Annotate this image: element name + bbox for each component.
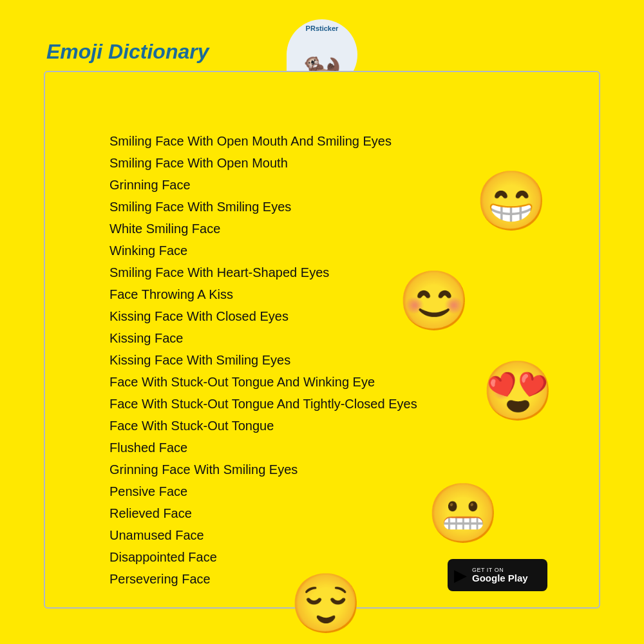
list-item: Grinning Face With Smiling Eyes <box>109 459 586 480</box>
list-item: Smiling Face With Smiling Eyes <box>109 196 586 218</box>
list-item: Kissing Face With Closed Eyes <box>109 305 586 327</box>
google-play-label: Google Play <box>472 573 528 584</box>
main-card: 😁 😊 😍 😬 😌 Smiling Face With Open Mouth A… <box>44 71 600 609</box>
list-item: Face With Stuck-Out Tongue <box>109 415 586 437</box>
list-item: Winking Face <box>109 240 586 261</box>
google-play-badge[interactable]: ▶ GET IT ON Google Play <box>448 559 547 591</box>
list-item: Pensive Face <box>109 480 586 502</box>
google-play-text: GET IT ON Google Play <box>472 567 528 584</box>
list-item: Kissing Face With Smiling Eyes <box>109 349 586 371</box>
logo-text: PRsticker <box>306 24 339 33</box>
list-item: Flushed Face <box>109 437 586 459</box>
list-item: White Smiling Face <box>109 218 586 240</box>
google-play-icon: ▶ <box>454 565 467 585</box>
list-item: Face With Stuck-Out Tongue And Winking E… <box>109 371 586 393</box>
background: Emoji Dictionary PRsticker 🦦 😁 😊 😍 😬 😌 S… <box>0 0 644 644</box>
list-item: Relieved Face <box>109 502 586 524</box>
list-item: Smiling Face With Open Mouth <box>109 152 586 174</box>
list-item: Face Throwing A Kiss <box>109 283 586 305</box>
list-item: Smiling Face With Heart-Shaped Eyes <box>109 261 586 283</box>
list-item: Smiling Face With Open Mouth And Smiling… <box>109 130 586 152</box>
list-item: Unamused Face <box>109 524 586 546</box>
emoji-list: Smiling Face With Open Mouth And Smiling… <box>109 130 586 590</box>
list-item: Face With Stuck-Out Tongue And Tightly-C… <box>109 393 586 415</box>
list-item: Kissing Face <box>109 327 586 349</box>
list-item: Grinning Face <box>109 174 586 196</box>
page-title: Emoji Dictionary <box>46 40 209 64</box>
